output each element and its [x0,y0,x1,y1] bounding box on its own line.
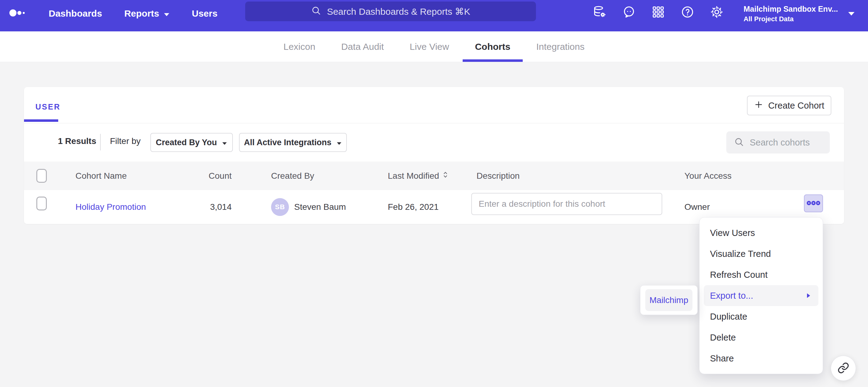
tab-live-view[interactable]: Live View [410,31,449,62]
project-caret-icon[interactable] [848,11,855,17]
project-scope: All Project Data [744,15,838,23]
cohort-description-input[interactable] [471,193,662,215]
project-name: Mailchimp Sandbox Env... [744,4,838,14]
help-button[interactable] [681,5,694,19]
cohorts-table-header: Cohort Name Count Created By Last Modifi… [24,162,844,190]
row-checkbox[interactable] [36,197,47,210]
created-by-filter-dropdown[interactable]: Created By You [150,133,233,152]
cohort-created-by: Steven Baum [294,190,346,224]
integrations-filter-label: All Active Integrations [244,138,332,147]
cohort-search-input[interactable] [749,137,824,148]
integrations-filter-dropdown[interactable]: All Active Integrations [239,133,347,152]
top-nav: Dashboards Reports Users Search Dashboar… [0,0,868,31]
column-header-your-access: Your Access [684,162,732,190]
avatar: SB [271,198,289,216]
menu-item-share[interactable]: Share [700,348,823,369]
menu-item-export-to-label: Export to... [710,291,753,301]
menu-item-refresh-count[interactable]: Refresh Count [700,264,823,285]
chevron-down-icon [222,138,227,147]
cohorts-screen: Dashboards Reports Users Search Dashboar… [0,0,868,387]
select-all-checkbox[interactable] [36,169,47,183]
top-nav-icons [593,5,723,19]
submenu-arrow-icon [806,292,811,299]
tab-integrations[interactable]: Integrations [536,31,585,62]
menu-item-delete[interactable]: Delete [700,327,823,348]
row-actions-button[interactable] [804,195,823,212]
nav-users[interactable]: Users [192,8,217,19]
cohorts-card: USER Create Cohort 1 Results Filter by C… [24,87,844,224]
column-header-created-by[interactable]: Created By [271,162,314,190]
nav-reports[interactable]: Reports [124,8,169,19]
column-header-count[interactable]: Count [170,162,231,190]
menu-item-visualize-trend[interactable]: Visualize Trend [700,243,823,264]
menu-item-duplicate[interactable]: Duplicate [700,306,823,327]
top-nav-left: Dashboards Reports Users [9,0,217,27]
search-icon [311,5,321,18]
tab-data-audit[interactable]: Data Audit [341,31,384,62]
apps-grid-icon [651,5,665,20]
mixpanel-logo[interactable] [9,9,27,19]
nav-dashboards[interactable]: Dashboards [49,8,102,19]
active-tab-underline [463,59,523,62]
feedback-smiley-bubble-icon [622,5,636,20]
cohort-last-modified: Feb 26, 2021 [388,190,439,224]
tab-lexicon[interactable]: Lexicon [283,31,315,62]
menu-item-view-users[interactable]: View Users [700,222,823,243]
help-icon [681,5,694,20]
settings-button[interactable] [710,5,723,19]
create-cohort-button[interactable]: Create Cohort [747,96,831,115]
nav-reports-label: Reports [124,8,159,19]
results-count: 1 Results [58,136,96,146]
column-header-last-modified-label: Last Modified [388,171,439,181]
cohort-name-link[interactable]: Holiday Promotion [75,202,146,212]
chevron-down-icon [336,138,342,147]
search-icon [734,137,744,148]
cohort-search [726,131,830,153]
sort-icon [442,170,448,181]
filter-divider [100,134,101,150]
gear-icon [710,5,723,20]
filter-by-label: Filter by [110,136,141,146]
tab-cohorts-label: Cohorts [475,41,510,52]
row-actions-menu: View Users Visualize Trend Refresh Count… [699,217,823,374]
tab-cohorts[interactable]: Cohorts [475,31,510,62]
cohort-count: 3,014 [170,190,231,224]
link-icon [837,362,849,375]
user-tab-underline [24,119,58,122]
global-search-placeholder: Search Dashboards & Reports ⌘K [327,6,470,17]
database-gear-icon [593,5,607,20]
feedback-button[interactable] [622,5,636,19]
project-switcher[interactable]: Mailchimp Sandbox Env... All Project Dat… [744,4,838,23]
apps-button[interactable] [651,5,665,19]
chevron-down-icon [163,8,170,19]
export-submenu: Mailchimp [640,285,698,315]
column-header-last-modified[interactable]: Last Modified [388,162,448,190]
create-cohort-label: Create Cohort [768,101,824,111]
data-management-tabbar: Lexicon Data Audit Live View Cohorts Int… [0,31,868,62]
card-head-divider [24,123,844,124]
tab-user-cohorts[interactable]: USER [35,102,60,111]
plus-icon [754,100,763,111]
copy-link-button[interactable] [831,356,856,381]
created-by-filter-label: Created By You [156,138,217,147]
column-header-cohort-name[interactable]: Cohort Name [75,162,127,190]
data-settings-button[interactable] [593,5,607,19]
menu-item-export-to[interactable]: Export to... [704,285,818,306]
global-search[interactable]: Search Dashboards & Reports ⌘K [245,2,536,21]
mixpanel-logo-icon [9,9,27,19]
three-dots-icon [806,201,820,206]
column-header-description: Description [476,162,520,190]
submenu-item-mailchimp[interactable]: Mailchimp [645,289,692,311]
